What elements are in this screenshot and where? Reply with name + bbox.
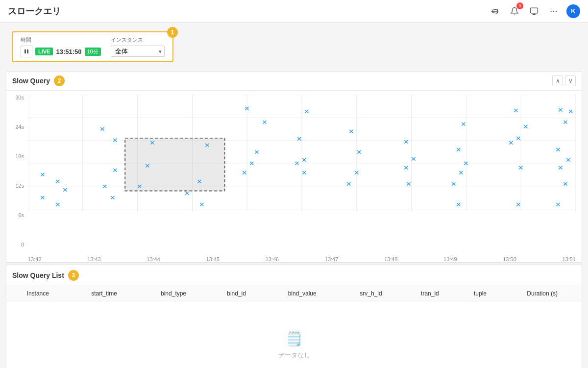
y-label-24: 24s xyxy=(8,124,24,130)
svg-text:✕: ✕ xyxy=(296,136,302,143)
x-label-1351: 13:51 xyxy=(562,256,576,262)
chart-header: Slow Query 2 ∧ ∨ xyxy=(6,72,582,91)
svg-text:✕: ✕ xyxy=(456,201,462,208)
x-label-1345: 13:45 xyxy=(206,256,220,262)
col-bind-id: bind_id xyxy=(208,286,265,301)
y-label-30: 30s xyxy=(8,95,24,100)
svg-text:✕: ✕ xyxy=(403,139,409,146)
svg-text:✕: ✕ xyxy=(244,105,250,112)
svg-text:✕: ✕ xyxy=(451,181,457,188)
x-label-1343: 13:43 xyxy=(87,256,101,262)
page-title: スロークエリ xyxy=(8,5,61,17)
monitor-icon[interactable] xyxy=(527,4,541,18)
empty-text: データなし xyxy=(278,351,310,360)
y-label-0: 0 xyxy=(8,242,24,247)
svg-text:✕: ✕ xyxy=(515,135,521,142)
top-bar: スロークエリ 6 xyxy=(0,0,588,23)
svg-text:✕: ✕ xyxy=(62,187,68,194)
svg-text:✕: ✕ xyxy=(406,181,412,188)
svg-text:✕: ✕ xyxy=(102,183,108,190)
megaphone-icon[interactable] xyxy=(488,4,502,18)
filter-bar: 時間 LIVE 13:51:50 10分 インスタンス xyxy=(12,31,173,62)
col-bind-type: bind_type xyxy=(139,286,208,301)
x-axis: 13:42 13:43 13:44 13:45 13:46 13:47 13:4… xyxy=(28,256,576,262)
svg-text:✕: ✕ xyxy=(196,178,202,185)
svg-text:✕: ✕ xyxy=(563,181,568,188)
col-start-time: start_time xyxy=(70,286,139,301)
svg-text:✕: ✕ xyxy=(523,123,529,130)
svg-point-1 xyxy=(551,10,552,11)
svg-text:✕: ✕ xyxy=(555,201,561,208)
table-header-row: Instance start_time bind_type bind_id bi… xyxy=(6,286,582,301)
empty-state: 🗒️ データなし xyxy=(6,301,582,368)
x-label-1346: 13:46 xyxy=(266,256,279,262)
list-panel: Slow Query List 3 Instance start_time bi… xyxy=(6,265,582,368)
svg-text:✕: ✕ xyxy=(249,160,255,167)
svg-text:✕: ✕ xyxy=(254,148,260,155)
svg-text:✕: ✕ xyxy=(403,165,409,172)
more-icon[interactable] xyxy=(547,4,561,18)
time-value: 13:51:50 xyxy=(56,48,81,55)
instance-select[interactable]: 全体 xyxy=(111,46,165,57)
svg-text:✕: ✕ xyxy=(563,119,568,125)
svg-rect-5 xyxy=(27,49,28,53)
svg-text:✕: ✕ xyxy=(262,119,268,125)
svg-text:✕: ✕ xyxy=(184,190,190,196)
svg-text:✕: ✕ xyxy=(301,157,307,164)
svg-text:✕: ✕ xyxy=(508,139,514,146)
list-title: Slow Query List xyxy=(12,271,64,279)
svg-text:✕: ✕ xyxy=(40,172,46,178)
table-head: Instance start_time bind_type bind_id bi… xyxy=(6,286,582,301)
col-tran-id: tran_id xyxy=(402,286,457,301)
svg-text:✕: ✕ xyxy=(558,106,564,113)
time-label: 時間 xyxy=(21,36,101,44)
svg-text:✕: ✕ xyxy=(55,178,61,185)
list-header: Slow Query List 3 xyxy=(6,265,582,286)
svg-text:✕: ✕ xyxy=(411,155,416,162)
svg-text:✕: ✕ xyxy=(463,160,469,167)
pause-button[interactable] xyxy=(21,46,32,57)
svg-text:✕: ✕ xyxy=(555,146,561,153)
svg-text:✕: ✕ xyxy=(515,201,521,208)
instance-select-wrapper: 全体 xyxy=(111,46,165,57)
svg-text:✕: ✕ xyxy=(558,165,564,172)
avatar[interactable]: K xyxy=(566,4,580,18)
svg-text:✕: ✕ xyxy=(137,183,143,190)
svg-text:✕: ✕ xyxy=(294,160,300,167)
step-3-badge: 3 xyxy=(68,270,79,281)
collapse-down-button[interactable]: ∨ xyxy=(565,75,576,86)
step-2-badge: 2 xyxy=(54,75,65,86)
collapse-up-button[interactable]: ∧ xyxy=(552,75,563,86)
svg-rect-4 xyxy=(24,49,26,53)
svg-text:✕: ✕ xyxy=(112,137,118,144)
bell-icon[interactable]: 6 xyxy=(508,4,521,18)
svg-text:✕: ✕ xyxy=(346,181,352,188)
svg-text:✕: ✕ xyxy=(242,169,247,176)
svg-text:✕: ✕ xyxy=(513,107,519,114)
svg-text:✕: ✕ xyxy=(518,165,524,172)
svg-text:✕: ✕ xyxy=(55,201,61,208)
slow-query-chart-panel: Slow Query 2 ∧ ∨ 30s 24s 18s 12s xyxy=(6,71,582,263)
svg-text:✕: ✕ xyxy=(565,157,571,164)
svg-text:✕: ✕ xyxy=(354,169,360,176)
svg-text:✕: ✕ xyxy=(110,195,116,201)
chart-header-left: Slow Query 2 xyxy=(12,75,65,86)
x-label-1347: 13:47 xyxy=(325,256,339,262)
live-badge: LIVE xyxy=(35,48,53,55)
x-label-1342: 13:42 xyxy=(28,256,42,262)
y-label-18: 18s xyxy=(8,153,24,159)
time-filter: 時間 LIVE 13:51:50 10分 xyxy=(21,36,101,57)
duration-badge: 10分 xyxy=(85,48,101,56)
x-label-1349: 13:49 xyxy=(443,256,457,262)
header-icons: 6 K xyxy=(488,4,580,18)
chart-body: 30s 24s 18s 12s 6s 0 xyxy=(6,91,582,262)
chart-title: Slow Query xyxy=(12,77,50,85)
instance-filter: インスタンス 全体 xyxy=(111,36,165,57)
x-label-1348: 13:48 xyxy=(384,256,398,262)
y-axis: 30s 24s 18s 12s 6s 0 xyxy=(6,95,26,247)
x-label-1350: 13:50 xyxy=(503,256,516,262)
svg-text:✕: ✕ xyxy=(40,195,46,201)
svg-text:✕: ✕ xyxy=(458,169,464,176)
svg-text:✕: ✕ xyxy=(199,201,205,208)
col-srv-h-id: srv_h_id xyxy=(340,286,403,301)
